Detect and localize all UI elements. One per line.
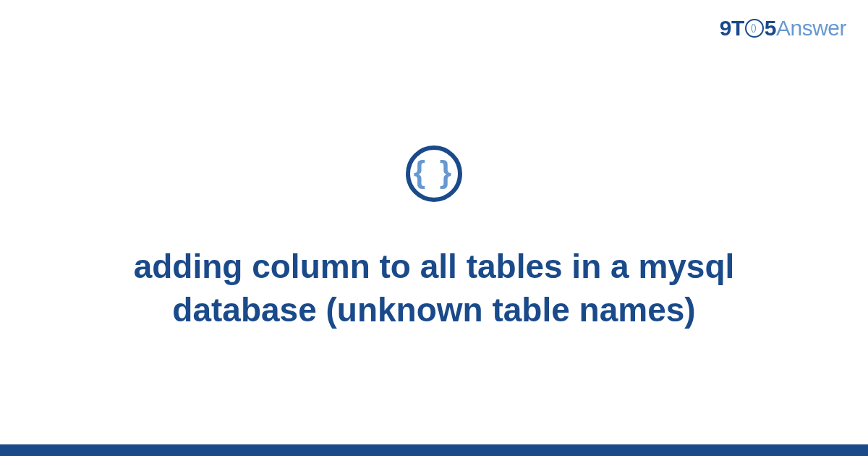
main-content: { } adding column to all tables in a mys… (0, 0, 868, 456)
braces-glyph: { } (414, 157, 454, 187)
footer-accent-bar (0, 444, 868, 456)
code-braces-icon: { } (406, 145, 462, 202)
page-title: adding column to all tables in a mysql d… (87, 245, 781, 332)
